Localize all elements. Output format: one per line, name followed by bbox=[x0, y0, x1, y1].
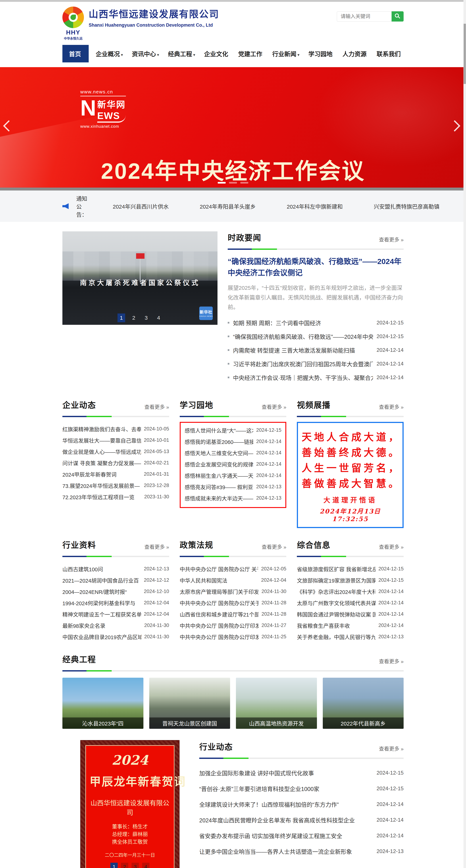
list-item[interactable]: 中共中央办公厅 国务院办公厅印发《粮2024-11-25 bbox=[180, 631, 286, 643]
nav-item[interactable]: 人力资源 bbox=[341, 45, 370, 62]
qiye-list: 红旗渠精神激励我们去奋斗、去奉献!2024-10-05华恒远发展壮大——要靠自己… bbox=[62, 423, 169, 502]
list-item[interactable]: 73.展望2024年华恒远发展前景—2023-12-28 bbox=[62, 480, 169, 491]
list-item[interactable]: 2024甲辰龙年新春贺词2024-01-31 bbox=[62, 469, 169, 480]
list-item[interactable]: 中共中央办公厅 国务院办公厅关于数字2024-11-28 bbox=[180, 597, 286, 609]
project-card[interactable]: 山西高温地热资源开发 bbox=[236, 678, 317, 729]
photo-page-button[interactable]: 4 bbox=[155, 313, 162, 322]
list-item[interactable]: 中共中央办公厅 国务院办公厅 关于推2024-12-05 bbox=[180, 563, 286, 575]
nav-item[interactable]: 党建工作 bbox=[236, 45, 265, 62]
list-item[interactable]: 中国农业品牌目录2019农产品区域公2024-11-30 bbox=[62, 631, 169, 643]
nav-item[interactable]: 学习园地 bbox=[307, 45, 335, 62]
list-item[interactable]: 如期 预期 周期：三个词看中国经济2024-12-15 bbox=[228, 318, 404, 327]
list-item[interactable]: “确保我国经济航船乘风破浪、行稳致远”——2024年中央经2024-12-15 bbox=[228, 332, 404, 340]
photo-page-button[interactable]: 3 bbox=[142, 313, 150, 322]
list-item[interactable]: 做企业就是做人心——华恒远成功的秘诀2024-05-13 bbox=[62, 446, 169, 457]
nav-item[interactable]: 企业概况▾ bbox=[94, 45, 125, 62]
list-item[interactable]: 太原市房产管理局等部门关于印发太原市2024-11-30 bbox=[180, 586, 286, 597]
chevron-down-icon: ▾ bbox=[193, 53, 195, 57]
notice-link[interactable]: 2024年科左中旗新建和 bbox=[287, 202, 343, 210]
list-item[interactable]: 韩国国会通过尹锡悦弹劾动议案 国务总2024-12-14 bbox=[297, 609, 404, 620]
list-item[interactable]: 感悟企业发展空间变化的规律——2022024-12-14 bbox=[185, 459, 282, 470]
project-card[interactable]: 沁水县2023年“四 bbox=[62, 678, 144, 729]
photo-page-button[interactable]: 1 bbox=[118, 313, 125, 322]
banner-prev-button[interactable] bbox=[3, 120, 14, 131]
logo[interactable]: HHY 中华永恒久远 山西华恒远建设发展有限公司 Shanxi Huahengy… bbox=[62, 6, 219, 40]
greeting-page-button[interactable]: 1 bbox=[111, 863, 118, 868]
nav-item[interactable]: 首页 bbox=[62, 45, 89, 62]
banner-dot[interactable] bbox=[218, 182, 226, 184]
list-item[interactable]: 中共中央办公厅 国务院办公厅印发《有2024-11-27 bbox=[180, 620, 286, 631]
greeting-page-button[interactable]: 3 bbox=[131, 863, 139, 868]
more-link-jingdian[interactable]: 查看更多 » bbox=[379, 657, 404, 665]
nav-item[interactable]: 资讯中心▾ bbox=[130, 45, 161, 62]
list-item[interactable]: 全球建筑设计大师来了！山西惊现福利加倍的“东方力作”2024-12-14 bbox=[199, 797, 404, 812]
list-item[interactable]: 感悟成就未来的大半边天——上天赋予女2024-12-13 bbox=[185, 493, 282, 504]
list-item[interactable]: 加强企业国际形象建设 讲好中国式现代化故事2024-12-15 bbox=[199, 765, 404, 781]
news-photo[interactable]: 南京大屠杀死难者国家公祭仪式 新华社 XINHUA NEWS 1234 bbox=[62, 231, 217, 325]
list-item[interactable]: 中央经济工作会议·现场｜把握大势、干字当头、凝聚合力——与2024-12-14 bbox=[228, 373, 404, 381]
list-item[interactable]: 72.2023年华恒远工程项目一览2023-11-30 bbox=[62, 491, 169, 502]
nav-item[interactable]: 行业新闻▾ bbox=[271, 45, 301, 62]
scrollbar-thumb[interactable] bbox=[464, 24, 466, 84]
more-link-zonghe[interactable]: 查看更多 » bbox=[379, 543, 404, 550]
more-link-hangye-dongtai[interactable]: 查看更多 » bbox=[379, 745, 404, 752]
notice-link[interactable]: 2024年兴县西川片供水 bbox=[113, 202, 169, 210]
list-item[interactable]: 让更多中国企业响当当——各界人士共话塑造一流企业新形象2024-12-13 bbox=[199, 843, 404, 859]
list-item[interactable]: 省安委办发布提示函 切实加强年终岁尾建设工程施工安全2024-12-14 bbox=[199, 828, 404, 843]
photo-page-button[interactable]: 2 bbox=[130, 313, 137, 322]
more-link-hangye-ziliao[interactable]: 查看更多 » bbox=[144, 543, 169, 550]
list-item[interactable]: 《科学》杂志评出2024年度十大科学2024-12-14 bbox=[297, 586, 404, 597]
banner-next-button[interactable] bbox=[449, 120, 460, 131]
project-card[interactable]: 2022年代县新高乡 bbox=[323, 678, 404, 729]
list-item[interactable]: 感悟林丽生金八字通天——天地人祥瑞三2024-12-14 bbox=[185, 470, 282, 481]
featured-article-title[interactable]: “确保我国经济航船乘风破浪、行稳致远”——2024年中央经济工作会议侧记 bbox=[228, 256, 404, 278]
greeting-page-button[interactable]: 4 bbox=[142, 863, 149, 868]
hero-banner[interactable]: www.news.cn N 新华网 EWS www.xinhuanet.com … bbox=[0, 67, 466, 188]
list-item[interactable]: 习近平将赴澳门出席庆祝澳门回归祖国25周年大会暨澳门特别行政2024-12-14 bbox=[228, 360, 404, 368]
list-item[interactable]: “晋创谷·太原”三年要引进培育科技型企业1000家2024-12-15 bbox=[199, 781, 404, 797]
list-item[interactable]: 最新98家央企名录2024-11-30 bbox=[62, 620, 169, 631]
greeting-card[interactable]: 2024 甲辰龙年新春贺词 山西华恒远建设发展有限公司 董事长：杨生才总经理：薛… bbox=[81, 740, 179, 868]
list-item[interactable]: 2024年度山西民营瞪羚企业名单发布 我省高成长性科技型企业2024-12-14 bbox=[199, 812, 404, 828]
list-item[interactable]: 感悟天地人三维变化大空间——《观察者2024-12-14 bbox=[185, 447, 282, 459]
project-caption: 沁水县2023年“四 bbox=[62, 717, 144, 729]
list-item[interactable]: 关于养老金融，中国人民银行等九部门发2024-12-13 bbox=[297, 631, 404, 643]
list-item[interactable]: 文旅部拟确定19家旅游景区为国家5A2024-12-15 bbox=[297, 575, 404, 586]
list-item[interactable]: 红旗渠精神激励我们去奋斗、去奉献!2024-10-05 bbox=[62, 423, 169, 435]
list-item[interactable]: 华恒远发展壮大——要靠自己靠信心2024-10-01 bbox=[62, 435, 169, 446]
list-item[interactable]: 感悟亮友问答#39—— 叙利亚终局2024-12-13 bbox=[185, 481, 282, 493]
more-link-qiye[interactable]: 查看更多 » bbox=[144, 403, 169, 410]
list-item[interactable]: 我省粮食生产喜获丰收2024-12-14 bbox=[297, 620, 404, 631]
greeting-page-button[interactable]: 2 bbox=[121, 863, 128, 868]
video-calligraphy-card[interactable]: 天地人合成大道，善始善终成大德。人生一世留芳名，善做善成大智慧。 大道理开悟语 … bbox=[297, 422, 404, 528]
list-item[interactable]: 中华人民共和国宪法2024-12-04 bbox=[180, 575, 286, 586]
scrollbar[interactable] bbox=[463, 0, 466, 868]
banner-dot[interactable] bbox=[229, 182, 237, 184]
list-item[interactable]: 太原与广州数字文化领域代表共谋文化创2024-12-14 bbox=[297, 597, 404, 609]
nav-item[interactable]: 联系我们 bbox=[375, 45, 404, 62]
list-item[interactable]: 山西古建筑100问2024-12-13 bbox=[62, 563, 169, 575]
list-item[interactable]: 2021—2024胡润中国食品行业百2024-12-12 bbox=[62, 575, 169, 586]
more-link-zhengce[interactable]: 查看更多 » bbox=[262, 543, 286, 550]
list-item[interactable]: 感悟我的诺基亚2060——链接上天的2024-12-14 bbox=[185, 436, 282, 447]
search-button[interactable] bbox=[392, 11, 404, 22]
nav-item[interactable]: 企业文化 bbox=[203, 45, 231, 62]
list-item[interactable]: 山西省住房和城乡建设厅等21个部门2024-11-28 bbox=[180, 609, 286, 620]
more-link-xuexi[interactable]: 查看更多 » bbox=[262, 403, 286, 410]
list-item[interactable]: 感悟人世间什么是“大”——这才是华恒2024-12-15 bbox=[185, 425, 282, 436]
nav-item[interactable]: 经典工程▾ bbox=[166, 45, 197, 62]
list-item[interactable]: 内需爬坡 转型提速 三晋大地激活发展新动能扫描2024-12-14 bbox=[228, 346, 404, 354]
project-card[interactable]: 晋祠天龙山景区创建国 bbox=[149, 678, 230, 729]
list-item[interactable]: 1994-2024何梁何利基金科学与2024-12-04 bbox=[62, 597, 169, 609]
list-item[interactable]: 省级旅游度假区扩容 我省新增北岳神溪2024-12-15 bbox=[297, 563, 404, 575]
list-item[interactable]: 2004—2024ENR/建筑时报“2024-12-10 bbox=[62, 586, 169, 597]
list-item[interactable]: 问计谋 寻良策 凝聚合力促发展——东2024-02-21 bbox=[62, 457, 169, 469]
poem-timestamp: 2024年12月13日 17:32:55 bbox=[302, 506, 399, 523]
list-item[interactable]: 精神文明建设五个一工程获奖名单1—12024-12-04 bbox=[62, 609, 169, 620]
banner-dot[interactable] bbox=[240, 182, 248, 184]
notice-link[interactable]: 2024年寿阳县羊头崖乡 bbox=[200, 202, 256, 210]
more-link-shizheng[interactable]: 查看更多 » bbox=[379, 236, 404, 243]
more-link-shipin[interactable]: 查看更多 » bbox=[379, 403, 404, 410]
notice-link[interactable]: 兴安盟扎赉特旗巴彦高勒镇 bbox=[374, 202, 439, 210]
search-input[interactable] bbox=[337, 11, 392, 22]
